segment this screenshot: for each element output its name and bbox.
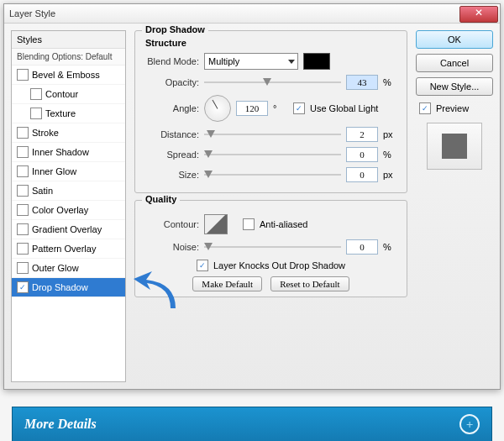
opacity-slider[interactable]: [204, 76, 341, 88]
distance-slider[interactable]: [204, 129, 341, 140]
blending-options-row[interactable]: Blending Options: Default: [12, 49, 125, 66]
cancel-button[interactable]: Cancel: [416, 54, 493, 72]
style-checkbox[interactable]: [17, 223, 29, 235]
style-checkbox[interactable]: [17, 204, 29, 216]
knockout-label: Layer Knocks Out Drop Shadow: [213, 260, 345, 270]
contour-picker[interactable]: [204, 214, 228, 234]
style-checkbox[interactable]: [17, 243, 29, 255]
quality-group: Quality Contour: Anti-aliased Noise: 0 %: [134, 200, 407, 297]
reset-default-button[interactable]: Reset to Default: [270, 276, 349, 291]
style-checkbox[interactable]: [17, 69, 29, 81]
style-item-satin[interactable]: Satin: [12, 181, 125, 201]
group-title: Drop Shadow: [142, 24, 208, 34]
style-label: Outer Glow: [32, 263, 79, 273]
style-label: Inner Shadow: [32, 147, 89, 157]
size-field[interactable]: 0: [346, 167, 378, 182]
spread-slider[interactable]: [204, 149, 341, 160]
styles-panel: Styles Blending Options: Default Bevel &…: [11, 30, 126, 382]
global-light-checkbox[interactable]: [293, 102, 305, 114]
style-checkbox[interactable]: [17, 165, 29, 177]
style-item-stroke[interactable]: Stroke: [12, 123, 125, 143]
size-label: Size:: [144, 170, 199, 180]
blend-mode-select[interactable]: Multiply: [204, 53, 298, 70]
angle-field[interactable]: 120: [236, 101, 268, 116]
opacity-field[interactable]: 43: [346, 75, 378, 90]
anti-aliased-checkbox[interactable]: [243, 218, 255, 230]
make-default-button[interactable]: Make Default: [192, 276, 262, 291]
new-style-button[interactable]: New Style...: [416, 77, 493, 96]
preview-box: [427, 123, 482, 170]
style-label: Inner Glow: [32, 166, 76, 176]
style-item-color-overlay[interactable]: Color Overlay: [12, 201, 125, 220]
window-title: Layer Style: [4, 8, 55, 18]
banner-text: More Details: [24, 417, 97, 432]
style-checkbox[interactable]: [17, 281, 29, 293]
noise-slider[interactable]: [204, 241, 341, 253]
style-label: Contour: [45, 89, 78, 99]
style-label: Color Overlay: [32, 205, 88, 215]
style-checkbox[interactable]: [17, 127, 29, 139]
structure-label: Structure: [145, 38, 398, 48]
shadow-color-swatch[interactable]: [303, 53, 330, 70]
style-item-drop-shadow[interactable]: Drop Shadow: [12, 278, 125, 297]
contour-label: Contour:: [144, 219, 199, 229]
style-item-pattern-overlay[interactable]: Pattern Overlay: [12, 239, 125, 259]
preview-checkbox[interactable]: [419, 102, 431, 114]
preview-label: Preview: [436, 103, 469, 113]
quality-title: Quality: [142, 194, 180, 204]
style-checkbox[interactable]: [17, 185, 29, 197]
style-item-inner-glow[interactable]: Inner Glow: [12, 162, 125, 181]
style-checkbox[interactable]: [17, 146, 29, 158]
ok-button[interactable]: OK: [416, 30, 493, 49]
style-label: Satin: [32, 186, 53, 196]
knockout-checkbox[interactable]: [197, 260, 208, 271]
style-item-bevel-emboss[interactable]: Bevel & Emboss: [12, 66, 125, 85]
style-checkbox[interactable]: [30, 88, 42, 100]
style-label: Stroke: [32, 128, 59, 138]
angle-label: Angle:: [144, 103, 199, 113]
plus-icon: +: [459, 414, 480, 434]
anti-aliased-label: Anti-aliased: [260, 219, 307, 229]
drop-shadow-group: Drop Shadow Structure Blend Mode: Multip…: [134, 30, 407, 193]
style-item-contour[interactable]: Contour: [12, 85, 125, 104]
distance-label: Distance:: [144, 129, 199, 139]
blend-mode-label: Blend Mode:: [144, 56, 199, 66]
style-item-inner-shadow[interactable]: Inner Shadow: [12, 143, 125, 162]
noise-label: Noise:: [144, 242, 199, 252]
distance-field[interactable]: 2: [346, 127, 378, 142]
style-label: Texture: [45, 108, 76, 118]
spread-field[interactable]: 0: [346, 147, 378, 162]
more-details-banner[interactable]: More Details +: [12, 407, 492, 441]
style-label: Drop Shadow: [32, 282, 88, 292]
opacity-label: Opacity:: [144, 77, 199, 87]
style-checkbox[interactable]: [30, 108, 42, 119]
noise-field[interactable]: 0: [346, 239, 378, 255]
spread-label: Spread:: [144, 150, 199, 160]
size-slider[interactable]: [204, 169, 341, 181]
style-item-texture[interactable]: Texture: [12, 104, 125, 123]
close-button[interactable]: ✕: [459, 6, 498, 23]
style-label: Gradient Overlay: [32, 224, 102, 234]
style-checkbox[interactable]: [17, 262, 29, 274]
angle-dial[interactable]: [204, 95, 231, 122]
styles-header: Styles: [12, 31, 125, 49]
style-item-gradient-overlay[interactable]: Gradient Overlay: [12, 220, 125, 239]
style-item-outer-glow[interactable]: Outer Glow: [12, 259, 125, 278]
global-light-label: Use Global Light: [310, 103, 378, 113]
style-label: Bevel & Emboss: [32, 70, 100, 80]
style-label: Pattern Overlay: [32, 244, 96, 254]
